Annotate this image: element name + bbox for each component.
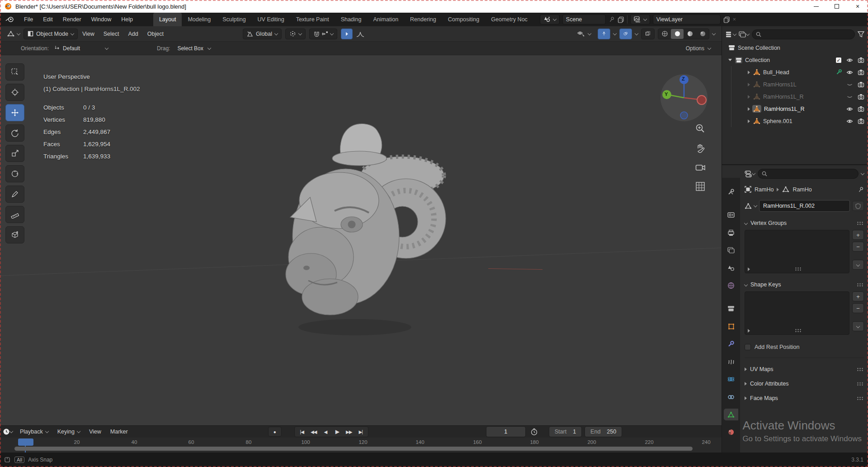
- outliner-row-scene-collection[interactable]: Scene Collection: [722, 42, 868, 54]
- pin-icon[interactable]: [609, 16, 615, 23]
- camera-render-icon[interactable]: [858, 69, 864, 75]
- eye-closed-icon[interactable]: [846, 94, 853, 100]
- tab-particles[interactable]: [724, 356, 738, 367]
- selectability-visibility-button[interactable]: [574, 29, 594, 39]
- blender-logo-icon[interactable]: [5, 16, 14, 23]
- tab-scene[interactable]: [724, 262, 738, 274]
- options-dropdown[interactable]: Options: [686, 45, 711, 52]
- tool-measure[interactable]: [5, 206, 24, 223]
- xray-toggle[interactable]: [641, 29, 655, 39]
- new-scene-icon[interactable]: [618, 16, 624, 23]
- transform-orientation-selector[interactable]: Global: [243, 29, 282, 39]
- outliner-filter-mode-button[interactable]: [739, 31, 749, 38]
- add-rest-position-checkbox[interactable]: [745, 344, 751, 350]
- properties-editor-type-button[interactable]: [745, 171, 755, 177]
- expand-triangle-icon[interactable]: [748, 95, 750, 99]
- drag-handle-icon[interactable]: [857, 396, 864, 400]
- chevron-down-icon[interactable]: [754, 204, 757, 207]
- drag-handle-icon[interactable]: [857, 367, 864, 372]
- panel-face-maps-header[interactable]: Face Maps: [745, 395, 864, 401]
- shape-key-remove-button[interactable]: −: [852, 303, 864, 313]
- menu-help[interactable]: Help: [116, 13, 138, 26]
- eye-closed-icon[interactable]: [846, 82, 853, 87]
- ram-head-model[interactable]: [267, 117, 466, 343]
- shading-material-button[interactable]: [684, 29, 696, 39]
- shape-key-specials-button[interactable]: [852, 321, 864, 331]
- camera-render-icon[interactable]: [858, 57, 864, 63]
- menu-view-timeline[interactable]: View: [85, 429, 106, 435]
- tab-geometry-nodes[interactable]: Geometry Noc: [485, 13, 533, 26]
- tool-rotate[interactable]: [5, 124, 24, 142]
- jump-to-start-button[interactable]: |◀: [297, 427, 307, 436]
- menu-add[interactable]: Add: [124, 31, 143, 37]
- tab-material[interactable]: [724, 426, 738, 438]
- tab-output[interactable]: [724, 227, 738, 238]
- expand-triangle-icon[interactable]: [748, 107, 750, 111]
- vertex-group-add-button[interactable]: +: [852, 230, 864, 240]
- viewport-3d[interactable]: Object Mode View Select Add Object Globa…: [0, 26, 722, 453]
- timeline-ruler[interactable]: 20 40 60 80 100 120 140 160 180 200 220 …: [0, 438, 722, 453]
- play-reverse-button[interactable]: ◀: [320, 427, 331, 436]
- outliner-search-input[interactable]: [752, 29, 855, 39]
- timeline-editor-type-button[interactable]: [3, 428, 13, 435]
- drag-handle-icon[interactable]: [857, 283, 864, 287]
- chevron-down-icon[interactable]: [712, 31, 716, 35]
- tab-compositing[interactable]: Compositing: [442, 13, 485, 26]
- navigation-gizmo[interactable]: Z Y: [658, 71, 710, 124]
- chevron-down-icon[interactable]: [861, 172, 864, 175]
- tab-world[interactable]: [724, 280, 738, 291]
- tab-render[interactable]: [724, 209, 738, 221]
- tab-uv-editing[interactable]: UV Editing: [252, 13, 290, 26]
- drag-handle-icon[interactable]: [857, 221, 864, 225]
- tab-texture-paint[interactable]: Texture Paint: [290, 13, 335, 26]
- tab-physics[interactable]: [724, 373, 738, 385]
- outliner-row-collection[interactable]: Collection ✓: [722, 54, 868, 66]
- drag-mode-dropdown[interactable]: Select Box: [177, 45, 210, 52]
- show-gizmo-toggle[interactable]: [598, 29, 610, 39]
- eye-open-icon[interactable]: [846, 57, 853, 63]
- shading-solid-button[interactable]: [671, 29, 684, 39]
- expand-triangle-icon[interactable]: [748, 329, 750, 333]
- auto-keying-record-button[interactable]: ●: [268, 427, 282, 437]
- shading-wireframe-button[interactable]: [658, 29, 671, 39]
- frame-start-field[interactable]: Start 1: [549, 426, 582, 437]
- play-button[interactable]: ▶: [332, 427, 343, 436]
- prev-keyframe-button[interactable]: ◀◀: [308, 427, 319, 436]
- expand-triangle-icon[interactable]: [748, 83, 750, 86]
- expand-triangle-icon[interactable]: [748, 267, 750, 271]
- outliner-row-ramhorns1l-r-active[interactable]: RamHorns1L_R: [731, 103, 868, 115]
- current-frame-field[interactable]: 1: [486, 426, 526, 437]
- tab-tool[interactable]: [724, 186, 738, 198]
- tab-modeling[interactable]: Modeling: [182, 13, 217, 26]
- scene-name-field[interactable]: Scene: [562, 14, 606, 24]
- proportional-edit-toggle[interactable]: [341, 29, 353, 39]
- expand-triangle-icon[interactable]: [748, 71, 750, 74]
- fake-user-button[interactable]: [852, 201, 864, 211]
- menu-object[interactable]: Object: [143, 31, 168, 37]
- tool-cursor[interactable]: [5, 84, 24, 101]
- chevron-down-icon[interactable]: [613, 31, 617, 35]
- snapping-group[interactable]: [309, 29, 337, 39]
- jump-to-end-button[interactable]: ▶|: [355, 427, 366, 436]
- new-view-layer-icon[interactable]: [723, 16, 730, 23]
- view-layer-name-field[interactable]: ViewLayer: [653, 14, 721, 24]
- remove-view-layer-icon[interactable]: ×: [733, 16, 736, 23]
- shading-rendered-button[interactable]: [696, 29, 709, 39]
- mode-selector[interactable]: Object Mode: [24, 29, 78, 39]
- tool-add-primitive[interactable]: [5, 226, 24, 243]
- tab-rendering[interactable]: Rendering: [404, 13, 442, 26]
- tool-annotate[interactable]: [5, 186, 24, 203]
- menu-marker[interactable]: Marker: [106, 429, 132, 435]
- playhead[interactable]: [18, 438, 33, 446]
- panel-shape-keys-header[interactable]: Shape Keys: [745, 281, 864, 288]
- pivot-point-selector[interactable]: [285, 29, 306, 39]
- zoom-icon[interactable]: [695, 124, 705, 133]
- maximize-button[interactable]: [826, 0, 847, 13]
- outliner-row-sphere-001[interactable]: Sphere.001: [731, 115, 868, 127]
- tool-select-box[interactable]: [5, 63, 24, 81]
- ortho-grid-icon[interactable]: [695, 181, 705, 191]
- frame-end-field[interactable]: End 250: [585, 426, 622, 437]
- pin-icon[interactable]: [858, 186, 864, 193]
- timeline-scrollbar[interactable]: [14, 447, 693, 451]
- camera-render-icon[interactable]: [858, 81, 864, 87]
